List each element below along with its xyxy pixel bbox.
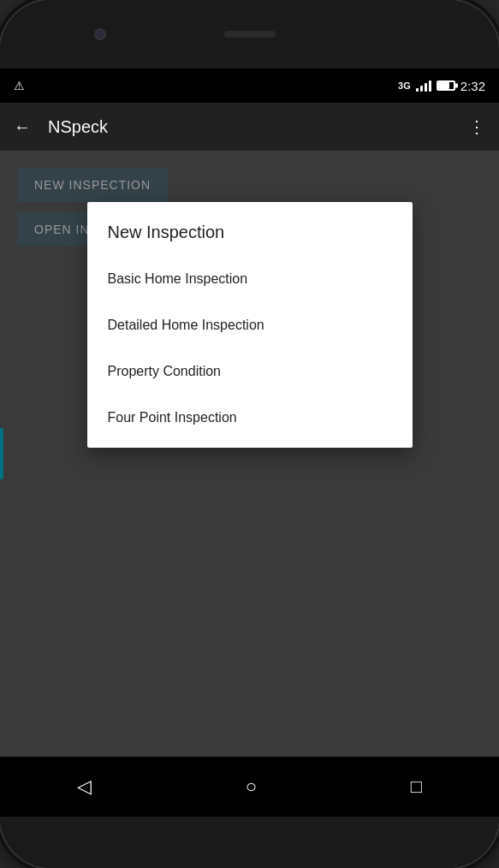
- phone-top: [0, 0, 499, 68]
- dialog-item-detailed-home[interactable]: Detailed Home Inspection: [87, 302, 413, 348]
- battery-icon: [437, 80, 455, 91]
- phone-shell: ⚠ 3G 2:32 ← NSpeck ⋮: [0, 0, 499, 868]
- status-right: 3G 2:32: [398, 79, 485, 93]
- app-title: NSpeck: [48, 117, 468, 137]
- speaker: [224, 31, 276, 38]
- camera: [94, 28, 106, 40]
- signal-bar-1: [416, 88, 419, 92]
- screen: ⚠ 3G 2:32 ← NSpeck ⋮: [0, 68, 499, 817]
- nav-recents-button[interactable]: □: [411, 776, 422, 798]
- network-type: 3G: [398, 80, 411, 91]
- dialog-overlay: New Inspection Basic Home Inspection Det…: [0, 151, 499, 757]
- app-bar: ← NSpeck ⋮: [0, 103, 499, 151]
- dialog-item-property-condition[interactable]: Property Condition: [87, 348, 413, 395]
- back-button[interactable]: ←: [14, 117, 31, 137]
- warning-icon: ⚠: [14, 79, 25, 92]
- signal-bar-2: [420, 86, 423, 92]
- phone-bottom: [0, 817, 499, 868]
- main-content: NEW INSPECTION OPEN INSPECTION New Inspe…: [0, 151, 499, 757]
- dialog-item-basic-home[interactable]: Basic Home Inspection: [87, 256, 413, 302]
- overflow-menu-button[interactable]: ⋮: [468, 116, 485, 137]
- status-bar: ⚠ 3G 2:32: [0, 68, 499, 103]
- dialog-item-four-point[interactable]: Four Point Inspection: [87, 395, 413, 441]
- dialog-title: New Inspection: [87, 223, 413, 256]
- clock: 2:32: [460, 79, 485, 93]
- new-inspection-dialog: New Inspection Basic Home Inspection Det…: [87, 202, 413, 448]
- signal-bar-4: [429, 80, 431, 92]
- nav-back-button[interactable]: ◁: [77, 776, 92, 798]
- status-left: ⚠: [14, 79, 25, 92]
- signal-bars: [416, 80, 431, 92]
- signal-bar-3: [425, 83, 427, 92]
- nav-home-button[interactable]: ○: [246, 776, 257, 798]
- battery-fill: [438, 82, 450, 89]
- nav-bar: ◁ ○ □: [0, 757, 499, 817]
